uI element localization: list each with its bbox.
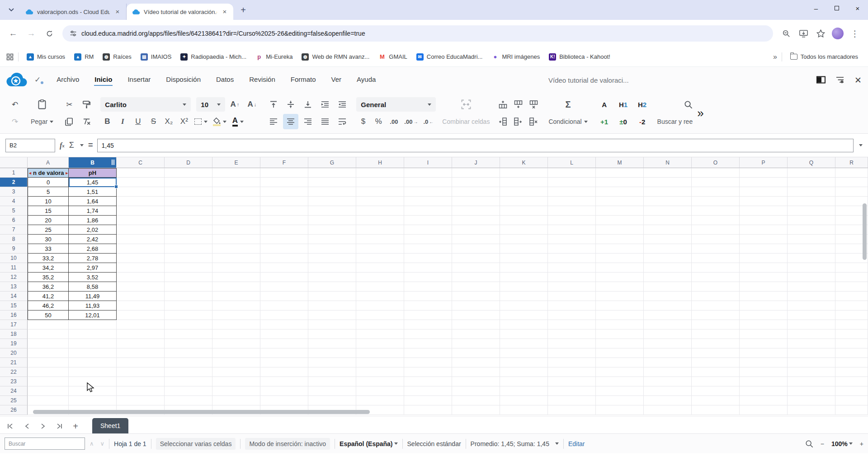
- cell-G19[interactable]: [308, 339, 356, 348]
- cell-R17[interactable]: [835, 320, 868, 329]
- row-header-22[interactable]: 22: [0, 367, 28, 377]
- forward-button[interactable]: →: [24, 26, 39, 41]
- cell-P21[interactable]: [740, 358, 788, 367]
- cell-C22[interactable]: [117, 367, 165, 377]
- window-close-button[interactable]: ×: [847, 0, 868, 16]
- cell-L12[interactable]: [548, 273, 596, 282]
- cell-J22[interactable]: [452, 367, 500, 377]
- cell-J17[interactable]: [452, 320, 500, 329]
- cell-F5[interactable]: [260, 206, 308, 216]
- cell-P18[interactable]: [740, 329, 788, 339]
- cell-I5[interactable]: [404, 206, 452, 216]
- search-next-icon[interactable]: ∨: [100, 440, 105, 447]
- cell-N15[interactable]: [644, 301, 692, 310]
- browser-tab-1[interactable]: valoracipon.ods - Cloud EducaM ×: [20, 4, 127, 20]
- undo-button[interactable]: ↶: [7, 97, 23, 112]
- cell-I9[interactable]: [404, 244, 452, 254]
- cell-H16[interactable]: [356, 310, 404, 320]
- cell-J7[interactable]: [452, 225, 500, 235]
- cell-N8[interactable]: [644, 235, 692, 244]
- row-header-15[interactable]: 15: [0, 301, 28, 310]
- cell-H5[interactable]: [356, 206, 404, 216]
- cell-K14[interactable]: [500, 292, 548, 301]
- cell-Q22[interactable]: [788, 367, 835, 377]
- cell-J14[interactable]: [452, 292, 500, 301]
- cell-D19[interactable]: [165, 339, 212, 348]
- cell-C14[interactable]: [117, 292, 165, 301]
- cell-G11[interactable]: [308, 263, 356, 273]
- autosum-button[interactable]: Σ: [561, 97, 576, 112]
- cell-O25[interactable]: [692, 396, 740, 405]
- cell-K24[interactable]: [500, 386, 548, 396]
- cell-L16[interactable]: [548, 310, 596, 320]
- cell-L11[interactable]: [548, 263, 596, 273]
- style-heading2-top[interactable]: H2: [634, 101, 651, 108]
- cell-Q23[interactable]: [788, 377, 835, 386]
- cell-O7[interactable]: [692, 225, 740, 235]
- cell-H22[interactable]: [356, 367, 404, 377]
- cell-L6[interactable]: [548, 216, 596, 225]
- cell-O24[interactable]: [692, 386, 740, 396]
- cell-Q18[interactable]: [788, 329, 835, 339]
- row-header-18[interactable]: 18: [0, 329, 28, 339]
- cell-A1[interactable]: ◄n de valora►: [28, 168, 69, 178]
- cell-F16[interactable]: [260, 310, 308, 320]
- cell-R26[interactable]: [835, 405, 868, 415]
- cell-H23[interactable]: [356, 377, 404, 386]
- cell-E1[interactable]: [212, 168, 260, 178]
- cell-R11[interactable]: [835, 263, 868, 273]
- row-header-25[interactable]: 25: [0, 396, 28, 405]
- cell-A22[interactable]: [28, 367, 69, 377]
- cell-E25[interactable]: [212, 396, 260, 405]
- wrap-text-button[interactable]: [335, 114, 350, 129]
- cell-A19[interactable]: [28, 339, 69, 348]
- sheet-info[interactable]: Hoja 1 de 1: [114, 440, 146, 447]
- cell-N9[interactable]: [644, 244, 692, 254]
- cell-M25[interactable]: [596, 396, 644, 405]
- cell-I14[interactable]: [404, 292, 452, 301]
- cell-B19[interactable]: [69, 339, 117, 348]
- cell-O19[interactable]: [692, 339, 740, 348]
- row-header-19[interactable]: 19: [0, 339, 28, 348]
- cell-R14[interactable]: [835, 292, 868, 301]
- row-header-4[interactable]: 4: [0, 197, 28, 206]
- zoom-search-icon[interactable]: [805, 440, 813, 448]
- borders-dropdown[interactable]: [193, 114, 209, 129]
- cell-O23[interactable]: [692, 377, 740, 386]
- cell-C6[interactable]: [117, 216, 165, 225]
- cell-G21[interactable]: [308, 358, 356, 367]
- cell-N22[interactable]: [644, 367, 692, 377]
- cell-D16[interactable]: [165, 310, 212, 320]
- cell-G17[interactable]: [308, 320, 356, 329]
- cell-A13[interactable]: 36,2: [28, 282, 69, 292]
- first-sheet-button[interactable]: [3, 419, 18, 433]
- insert-mode-toggle[interactable]: Modo de inserción: inactivo: [245, 438, 330, 450]
- cell-I17[interactable]: [404, 320, 452, 329]
- cell-D23[interactable]: [165, 377, 212, 386]
- cell-A14[interactable]: 41,2: [28, 292, 69, 301]
- cell-A17[interactable]: [28, 320, 69, 329]
- cell-B25[interactable]: [69, 396, 117, 405]
- cell-F1[interactable]: [260, 168, 308, 178]
- cell-P12[interactable]: [740, 273, 788, 282]
- cell-A24[interactable]: [28, 386, 69, 396]
- sheet-tab-sheet1[interactable]: Sheet1: [92, 418, 128, 433]
- cell-F4[interactable]: [260, 197, 308, 206]
- cell-L19[interactable]: [548, 339, 596, 348]
- row-header-3[interactable]: 3: [0, 187, 28, 197]
- merge-cells-icon[interactable]: [461, 99, 471, 109]
- bold-button[interactable]: B: [100, 114, 114, 129]
- cell-A15[interactable]: 46,2: [28, 301, 69, 310]
- cell-F21[interactable]: [260, 358, 308, 367]
- cell-P25[interactable]: [740, 396, 788, 405]
- cell-C25[interactable]: [117, 396, 165, 405]
- cell-K12[interactable]: [500, 273, 548, 282]
- cell-M12[interactable]: [596, 273, 644, 282]
- font-size-combo[interactable]: 10: [196, 97, 225, 112]
- cell-R3[interactable]: [835, 187, 868, 197]
- cell-B7[interactable]: 2,02: [69, 225, 117, 235]
- cell-G16[interactable]: [308, 310, 356, 320]
- cell-C12[interactable]: [117, 273, 165, 282]
- cell-E12[interactable]: [212, 273, 260, 282]
- italic-button[interactable]: I: [116, 114, 129, 129]
